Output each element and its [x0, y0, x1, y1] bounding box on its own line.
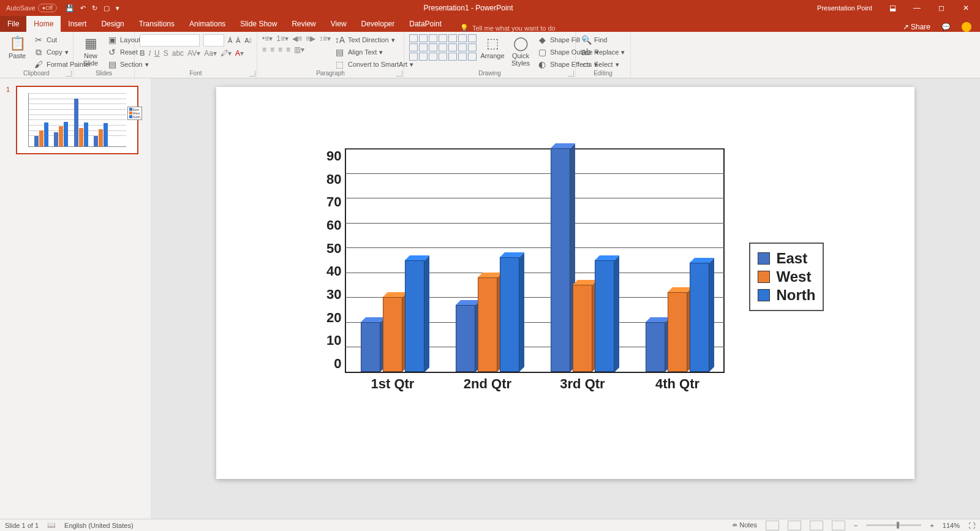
bar-north-1 — [500, 252, 524, 372]
increase-font-icon[interactable]: Â — [228, 37, 232, 44]
y-tick: 50 — [326, 241, 341, 257]
quick-access-toolbar: 💾 ↶ ↻ ▢ ▾ — [63, 4, 119, 12]
clipboard-launcher[interactable] — [66, 70, 72, 77]
align-right-button[interactable]: ≡ — [278, 45, 282, 54]
quick-styles-button[interactable]: ◯Quick Styles — [508, 34, 533, 68]
bold-button[interactable]: B — [140, 49, 145, 58]
normal-view-button[interactable] — [766, 521, 779, 530]
font-size-input[interactable] — [203, 34, 224, 47]
reading-view-button[interactable] — [810, 521, 823, 530]
align-text-button[interactable]: ▤Align Text ▾ — [334, 47, 413, 58]
autosave-toggle[interactable]: AutoSave ● Off — [0, 4, 63, 12]
zoom-slider[interactable] — [866, 524, 921, 526]
replace-button[interactable]: abReplace ▾ — [581, 47, 625, 58]
x-tick: 3rd Qtr — [535, 376, 630, 392]
quick-styles-icon: ◯ — [513, 36, 529, 51]
sorter-view-button[interactable] — [788, 521, 801, 530]
save-icon[interactable]: 💾 — [66, 4, 74, 12]
font-launcher[interactable] — [249, 70, 255, 77]
bullets-button[interactable]: •≡▾ — [262, 34, 273, 43]
tell-me[interactable]: 💡 Tell me what you want to do — [460, 24, 556, 32]
addon-name: Presentation Point — [817, 4, 872, 12]
maximize-button[interactable]: ◻ — [931, 0, 952, 16]
slideshow-view-button[interactable] — [832, 521, 845, 530]
decrease-indent-button[interactable]: ◀≡ — [292, 34, 302, 43]
close-button[interactable]: ✕ — [956, 0, 976, 16]
zoom-level[interactable]: 114% — [943, 522, 960, 529]
clear-format-icon[interactable]: A⃠ — [244, 37, 251, 44]
decrease-font-icon[interactable]: Ǎ — [236, 37, 241, 45]
slide-editor[interactable]: 9080706050403020100 1st Qtr2nd Qtr3rd Qt… — [151, 78, 980, 519]
italic-button[interactable]: I — [149, 49, 151, 58]
align-center-button[interactable]: ≡ — [270, 45, 274, 54]
tab-datapoint[interactable]: DataPoint — [402, 16, 449, 32]
slide-thumbnail-1[interactable]: EastWestNorth — [16, 86, 138, 154]
underline-button[interactable]: U — [154, 49, 160, 58]
cut-icon: ✂ — [33, 34, 44, 45]
numbering-button[interactable]: 1≡▾ — [276, 34, 288, 43]
font-color-button[interactable]: A▾ — [235, 49, 244, 58]
font-name-input[interactable] — [140, 34, 200, 47]
share-button[interactable]: ↗ Share — [903, 23, 930, 31]
minimize-button[interactable]: — — [907, 0, 927, 16]
line-spacing-button[interactable]: ↕≡▾ — [319, 34, 331, 43]
ribbon-display-icon[interactable]: ⬓ — [882, 0, 903, 16]
tab-transitions[interactable]: Transitions — [132, 16, 182, 32]
smartart-button[interactable]: ⬚Convert to SmartArt ▾ — [334, 59, 413, 70]
char-spacing-button[interactable]: AV▾ — [187, 49, 200, 58]
bar-west-2 — [573, 280, 597, 372]
highlight-button[interactable]: 🖍▾ — [221, 49, 232, 58]
comments-icon[interactable]: 💬 — [941, 23, 951, 31]
spellcheck-icon[interactable]: 📖 — [47, 521, 56, 529]
text-direction-button[interactable]: ↕AText Direction ▾ — [334, 34, 413, 45]
find-button[interactable]: 🔍Find — [581, 34, 625, 45]
tab-developer[interactable]: Developer — [354, 16, 402, 32]
select-button[interactable]: ▭Select ▾ — [581, 59, 625, 70]
undo-icon[interactable]: ↶ — [80, 4, 86, 12]
justify-button[interactable]: ≡ — [286, 45, 290, 54]
notes-button[interactable]: ≐ Notes — [732, 521, 757, 529]
tab-insert[interactable]: Insert — [61, 16, 94, 32]
arrange-button[interactable]: ⬚Arrange — [480, 34, 505, 61]
zoom-out-button[interactable]: − — [854, 522, 858, 529]
chart[interactable]: 9080706050403020100 1st Qtr2nd Qtr3rd Qt… — [326, 148, 841, 405]
thumbnail-number: 1 — [6, 86, 12, 154]
bar-east-3 — [646, 317, 670, 372]
tab-view[interactable]: View — [323, 16, 354, 32]
collapse-ribbon-icon[interactable]: ˄ — [973, 523, 976, 530]
zoom-in-button[interactable]: + — [930, 522, 933, 529]
redo-icon[interactable]: ↻ — [92, 4, 97, 12]
paste-button[interactable]: 📋 Paste — [5, 34, 29, 61]
group-label: Slides — [74, 70, 134, 77]
tab-file[interactable]: File — [0, 16, 26, 32]
drawing-launcher[interactable] — [568, 70, 574, 77]
strikethrough-button[interactable]: abc — [172, 49, 184, 58]
paragraph-launcher[interactable] — [396, 70, 402, 77]
columns-button[interactable]: ▥▾ — [294, 45, 304, 54]
slide-canvas[interactable]: 9080706050403020100 1st Qtr2nd Qtr3rd Qt… — [216, 87, 914, 479]
account-icon[interactable] — [962, 22, 971, 32]
start-slideshow-icon[interactable]: ▢ — [104, 4, 110, 12]
copy-icon: ⧉ — [33, 47, 44, 58]
ribbon-tabs: File Home Insert Design Transitions Anim… — [0, 16, 980, 32]
x-tick: 1st Qtr — [345, 376, 440, 392]
increase-indent-button[interactable]: ≡▶ — [306, 34, 315, 43]
shadow-button[interactable]: S — [164, 49, 168, 58]
reset-icon: ↺ — [107, 47, 118, 58]
tab-design[interactable]: Design — [94, 16, 131, 32]
legend-item-west: West — [758, 268, 815, 285]
chart-y-axis: 9080706050403020100 — [326, 148, 345, 372]
legend-item-north: North — [758, 287, 815, 304]
change-case-button[interactable]: Aa▾ — [204, 49, 217, 58]
slide-indicator[interactable]: Slide 1 of 1 — [5, 522, 39, 529]
chart-legend: EastWestNorth — [749, 243, 824, 311]
tab-review[interactable]: Review — [284, 16, 323, 32]
tab-slideshow[interactable]: Slide Show — [233, 16, 284, 32]
language-indicator[interactable]: English (United States) — [64, 522, 134, 529]
tab-animations[interactable]: Animations — [182, 16, 233, 32]
new-slide-button[interactable]: ▦ New Slide — [78, 34, 103, 68]
align-left-button[interactable]: ≡ — [262, 45, 266, 54]
group-label: Paragraph — [257, 70, 404, 77]
tab-home[interactable]: Home — [26, 16, 61, 32]
shapes-gallery[interactable] — [409, 34, 477, 61]
